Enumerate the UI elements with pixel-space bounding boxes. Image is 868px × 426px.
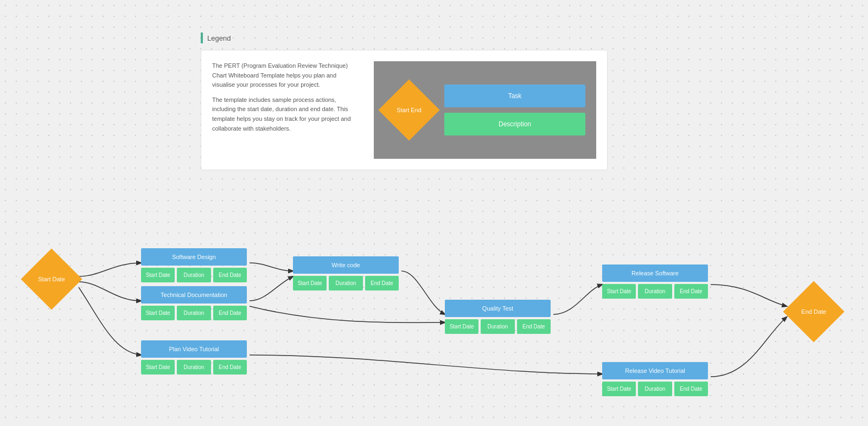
technical-doc-dates: Start Date Duration End Date: [141, 306, 247, 320]
release-software-start: Start Date: [602, 284, 636, 299]
write-code-dates: Start Date Duration End Date: [293, 276, 399, 291]
arrow-release-sw-to-end: [711, 285, 787, 306]
quality-test-dates: Start Date Duration End Date: [445, 319, 551, 334]
task-block-release-software: Release Software Start Date Duration End…: [602, 264, 708, 299]
release-video-duration: Duration: [638, 382, 672, 396]
task-block-technical-doc: Technical Documentation Start Date Durat…: [141, 286, 247, 320]
task-block-release-video: Release Video Tutorial Start Date Durati…: [602, 362, 708, 396]
arrows-svg: [0, 201, 868, 426]
quality-test-start: Start Date: [445, 319, 478, 334]
release-software-duration: Duration: [638, 284, 672, 299]
task-block-software-design: Software Design Start Date Duration End …: [141, 248, 247, 282]
legend-shape-boxes: Task Description: [444, 85, 585, 135]
legend-text-2: The template includes sample process act…: [212, 95, 358, 133]
legend-diagram: Start End Task Description: [374, 61, 596, 159]
legend-section: Legend The PERT (Program Evaluation Revi…: [201, 33, 608, 170]
write-code-start: Start Date: [293, 276, 327, 291]
arrow-software-to-write: [250, 263, 293, 271]
legend-content: The PERT (Program Evaluation Review Tech…: [201, 50, 608, 170]
technical-doc-title: Technical Documentation: [141, 286, 247, 304]
plan-video-dates: Start Date Duration End Date: [141, 360, 247, 375]
write-code-end: End Date: [365, 276, 399, 291]
arrow-technical-to-quality: [250, 306, 445, 322]
legend-text-1: The PERT (Program Evaluation Review Tech…: [212, 61, 358, 90]
quality-test-title: Quality Test: [445, 300, 551, 317]
arrow-plan-to-release-video: [250, 355, 602, 374]
software-design-title: Software Design: [141, 248, 247, 266]
start-date-diamond: Start Date: [24, 252, 79, 306]
end-date-diamond: End Date: [787, 285, 841, 339]
release-video-title: Release Video Tutorial: [602, 362, 708, 379]
legend-description-box: Description: [444, 113, 585, 135]
plan-video-duration: Duration: [177, 360, 210, 375]
legend-diamond-wrap: Start End: [385, 86, 433, 134]
arrow-release-video-to-end: [711, 317, 787, 377]
write-code-title: Write code: [293, 256, 399, 274]
arrow-start-to-software: [79, 263, 141, 276]
legend-text-block: The PERT (Program Evaluation Review Tech…: [212, 61, 358, 133]
task-block-quality-test: Quality Test Start Date Duration End Dat…: [445, 300, 551, 334]
release-video-dates: Start Date Duration End Date: [602, 382, 708, 396]
release-video-end: End Date: [674, 382, 708, 396]
legend-accent-bar: [201, 33, 203, 43]
release-video-start: Start Date: [602, 382, 636, 396]
technical-doc-duration: Duration: [177, 306, 210, 320]
arrow-quality-to-release-sw: [553, 285, 602, 314]
write-code-duration: Duration: [329, 276, 362, 291]
pert-canvas: Start Date Software Design Start Date Du…: [0, 201, 868, 426]
software-design-dates: Start Date Duration End Date: [141, 268, 247, 282]
software-design-end: End Date: [213, 268, 247, 282]
arrow-write-to-quality: [401, 271, 445, 314]
legend-title-bar: Legend: [201, 33, 608, 43]
legend-task-box: Task: [444, 85, 585, 107]
arrow-technical-to-write: [250, 276, 293, 301]
task-block-plan-video: Plan Video Tutorial Start Date Duration …: [141, 340, 247, 375]
arrow-start-to-plan-video: [79, 287, 141, 355]
plan-video-title: Plan Video Tutorial: [141, 340, 247, 358]
quality-test-end: End Date: [517, 319, 551, 334]
software-design-start: Start Date: [141, 268, 175, 282]
arrow-start-to-technical: [79, 282, 141, 301]
release-software-end: End Date: [674, 284, 708, 299]
start-date-label: Start Date: [38, 276, 65, 282]
plan-video-start: Start Date: [141, 360, 175, 375]
end-date-label: End Date: [801, 308, 826, 315]
software-design-duration: Duration: [177, 268, 210, 282]
legend-title: Legend: [207, 34, 231, 42]
release-software-title: Release Software: [602, 264, 708, 282]
task-block-write-code: Write code Start Date Duration End Date: [293, 256, 399, 291]
quality-test-duration: Duration: [481, 319, 514, 334]
legend-diamond-label: Start End: [397, 107, 422, 113]
technical-doc-end: End Date: [213, 306, 247, 320]
plan-video-end: End Date: [213, 360, 247, 375]
release-software-dates: Start Date Duration End Date: [602, 284, 708, 299]
technical-doc-start: Start Date: [141, 306, 175, 320]
